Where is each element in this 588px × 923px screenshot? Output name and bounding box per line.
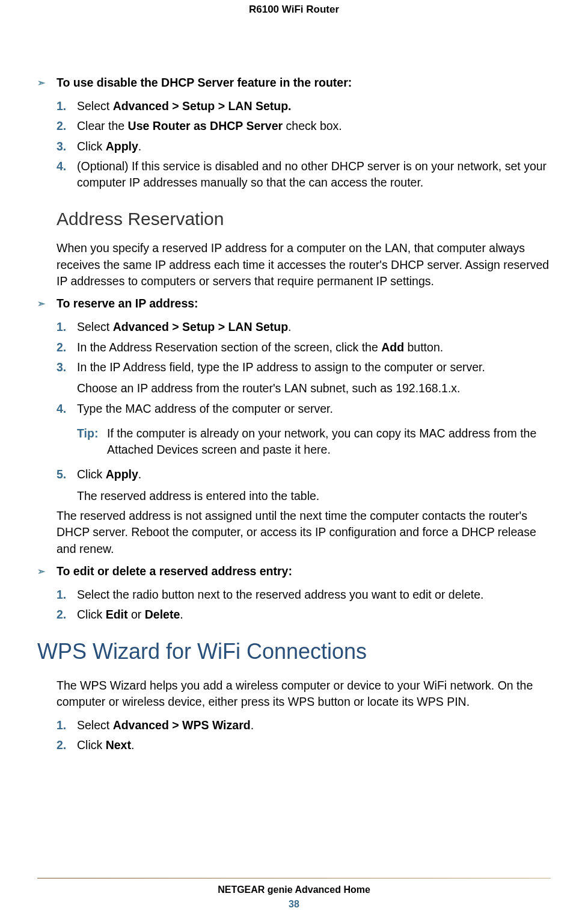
list-item: 2.Click Edit or Delete.: [57, 607, 551, 623]
steps-wps: 1.Select Advanced > WPS Wizard. 2.Click …: [37, 717, 551, 754]
step-post: .: [288, 320, 291, 333]
step-bold: Advanced > WPS Wizard: [113, 718, 251, 732]
step-number: 1.: [57, 717, 66, 733]
step-text: In the Address Reservation section of th…: [77, 341, 381, 354]
steps-dhcp-disable: 1.Select Advanced > Setup > LAN Setup. 2…: [37, 98, 551, 191]
step-bold: Edit: [106, 608, 128, 621]
task-heading-text: To reserve an IP address:: [57, 297, 198, 310]
step-post2: .: [180, 608, 183, 621]
step-text: (Optional) If this service is disabled a…: [77, 159, 547, 189]
footer-title: NETGEAR genie Advanced Home: [0, 884, 588, 895]
tip-block: Tip: If the computer is already on your …: [77, 425, 551, 458]
step-post: check box.: [283, 119, 342, 132]
step-number: 2.: [57, 607, 66, 623]
steps-reserve-ip-cont: 5.Click Apply.The reserved address is en…: [37, 466, 551, 504]
arrow-icon: ➣: [37, 77, 45, 88]
step-text: Click: [77, 738, 106, 752]
step-text: Type the MAC address of the computer or …: [77, 402, 333, 415]
footer-divider: [37, 878, 551, 878]
step-bold: Advanced > Setup > LAN Setup: [113, 320, 288, 333]
list-item: 5.Click Apply.The reserved address is en…: [57, 466, 551, 504]
tip-text: If the computer is already on your netwo…: [107, 427, 536, 456]
page-header: R6100 WiFi Router: [0, 0, 588, 16]
arrow-icon: ➣: [37, 566, 45, 577]
step-number: 5.: [57, 466, 66, 483]
list-item: 3.In the IP Address field, type the IP a…: [57, 359, 551, 397]
list-item: 2.In the Address Reservation section of …: [57, 339, 551, 356]
page-content: ➣ To use disable the DHCP Server feature…: [0, 16, 588, 754]
section-heading-wps-wizard: WPS Wizard for WiFi Connections: [37, 639, 551, 664]
step-post: or: [128, 608, 145, 621]
step-sub: Choose an IP address from the router's L…: [77, 380, 551, 397]
list-item: 1.Select Advanced > Setup > LAN Setup.: [57, 98, 551, 114]
step-number: 1.: [57, 98, 66, 114]
step-text: Select: [77, 99, 113, 113]
step-number: 2.: [57, 737, 66, 753]
task-heading-edit-delete: ➣ To edit or delete a reserved address e…: [37, 564, 551, 578]
step-number: 1.: [57, 319, 66, 335]
step-number: 2.: [57, 118, 66, 134]
list-item: 4.Type the MAC address of the computer o…: [57, 401, 551, 417]
step-post: .: [138, 468, 141, 481]
paragraph: The reserved address is not assigned unt…: [57, 508, 551, 557]
step-number: 3.: [57, 359, 66, 375]
task-heading-dhcp-disable: ➣ To use disable the DHCP Server feature…: [37, 76, 551, 90]
step-post: .: [138, 140, 141, 153]
step-number: 3.: [57, 138, 66, 155]
step-text: Click: [77, 468, 106, 481]
step-text: Select: [77, 718, 113, 732]
step-text: In the IP Address field, type the IP add…: [77, 360, 485, 374]
step-number: 4.: [57, 158, 66, 174]
step-number: 4.: [57, 401, 66, 417]
step-text: Select the radio button next to the rese…: [77, 588, 483, 601]
step-bold: Apply: [106, 140, 138, 153]
step-post: .: [131, 738, 134, 752]
page-number: 38: [0, 899, 588, 910]
task-heading-text: To edit or delete a reserved address ent…: [57, 564, 292, 578]
step-text: Clear the: [77, 119, 128, 132]
list-item: 1.Select Advanced > Setup > LAN Setup.: [57, 319, 551, 335]
tip-label: Tip:: [77, 425, 98, 442]
list-item: 2.Clear the Use Router as DHCP Server ch…: [57, 118, 551, 134]
step-text: Click: [77, 140, 106, 153]
steps-reserve-ip: 1.Select Advanced > Setup > LAN Setup. 2…: [37, 319, 551, 416]
step-bold: Apply: [106, 468, 138, 481]
section-heading-address-reservation: Address Reservation: [57, 209, 551, 229]
step-bold: Next: [106, 738, 131, 752]
task-heading-text: To use disable the DHCP Server feature i…: [57, 76, 352, 89]
list-item: 1.Select the radio button next to the re…: [57, 587, 551, 603]
step-number: 2.: [57, 339, 66, 356]
page-footer: NETGEAR genie Advanced Home 38: [0, 878, 588, 910]
paragraph: When you specify a reserved IP address f…: [57, 240, 551, 289]
step-text: Click: [77, 608, 106, 621]
list-item: 4.(Optional) If this service is disabled…: [57, 158, 551, 191]
step-bold: Advanced > Setup > LAN Setup.: [113, 99, 292, 113]
arrow-icon: ➣: [37, 298, 45, 309]
step-bold2: Delete: [145, 608, 180, 621]
task-heading-reserve-ip: ➣ To reserve an IP address:: [37, 297, 551, 310]
step-sub: The reserved address is entered into the…: [77, 488, 551, 504]
step-post: button.: [404, 341, 443, 354]
list-item: 1.Select Advanced > WPS Wizard.: [57, 717, 551, 733]
step-bold: Add: [381, 341, 404, 354]
list-item: 3.Click Apply.: [57, 138, 551, 155]
paragraph: The WPS Wizard helps you add a wireless …: [57, 678, 551, 711]
list-item: 2.Click Next.: [57, 737, 551, 753]
step-post: .: [251, 718, 254, 732]
steps-edit-delete: 1.Select the radio button next to the re…: [37, 587, 551, 623]
step-text: Select: [77, 320, 113, 333]
step-bold: Use Router as DHCP Server: [128, 119, 283, 132]
step-number: 1.: [57, 587, 66, 603]
